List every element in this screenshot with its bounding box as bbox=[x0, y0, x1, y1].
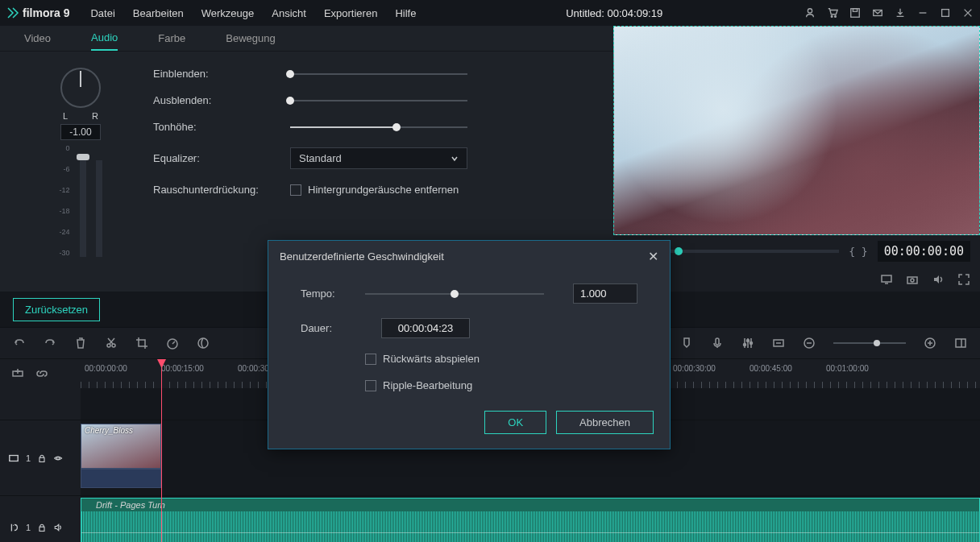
pitch-label: Tonhöhe: bbox=[153, 121, 274, 133]
cut-icon[interactable] bbox=[105, 337, 118, 350]
equalizer-select[interactable]: Standard bbox=[290, 147, 467, 169]
tab-farbe[interactable]: Farbe bbox=[158, 26, 185, 51]
playback-scrubber[interactable] bbox=[668, 250, 839, 253]
mic-icon[interactable] bbox=[711, 337, 724, 350]
zoom-in-icon[interactable] bbox=[924, 337, 936, 350]
account-icon[interactable] bbox=[804, 7, 816, 19]
lock-icon[interactable] bbox=[37, 523, 47, 532]
fade-in-slider[interactable] bbox=[290, 73, 467, 75]
tab-audio[interactable]: Audio bbox=[91, 26, 118, 51]
ruler-mark: 00:00:00:00 bbox=[85, 364, 127, 373]
preview-viewport[interactable] bbox=[613, 26, 980, 235]
svg-rect-9 bbox=[907, 277, 917, 283]
zoom-out-icon[interactable] bbox=[803, 337, 816, 350]
lock-icon[interactable] bbox=[37, 453, 47, 463]
color-icon[interactable] bbox=[197, 337, 210, 350]
volume-slider-thumb[interactable] bbox=[77, 154, 89, 160]
svg-point-2 bbox=[835, 16, 837, 18]
tab-video[interactable]: Video bbox=[24, 26, 51, 51]
delete-icon[interactable] bbox=[74, 337, 87, 350]
audio-track-label: 1 bbox=[26, 523, 31, 532]
fit-icon[interactable] bbox=[772, 337, 785, 350]
menu-datei[interactable]: Datei bbox=[82, 4, 122, 23]
duration-label: Dauer: bbox=[301, 322, 349, 334]
clip-title: Cherry_Bloss bbox=[85, 426, 133, 435]
menu-werkzeuge[interactable]: Werkzeuge bbox=[193, 4, 263, 23]
fade-out-slider[interactable] bbox=[290, 100, 467, 101]
tempo-slider[interactable] bbox=[365, 293, 544, 295]
svg-rect-6 bbox=[942, 10, 949, 17]
reset-button[interactable]: Zurücksetzen bbox=[13, 298, 100, 321]
svg-point-12 bbox=[112, 344, 115, 347]
reverse-checkbox[interactable] bbox=[365, 354, 376, 365]
link-icon[interactable] bbox=[35, 367, 48, 380]
svg-point-17 bbox=[744, 344, 746, 346]
save-icon[interactable] bbox=[849, 7, 861, 19]
svg-rect-28 bbox=[39, 527, 44, 531]
dialog-close-icon[interactable]: ✕ bbox=[648, 249, 658, 264]
vu-18: -18 bbox=[59, 207, 69, 215]
fade-out-label: Ausblenden: bbox=[153, 94, 274, 106]
speed-dialog: Benutzerdefinierte Geschwindigkeit ✕ Tem… bbox=[268, 240, 671, 449]
tab-bewegung[interactable]: Bewegung bbox=[226, 26, 275, 51]
eye-icon[interactable] bbox=[53, 453, 63, 463]
svg-rect-25 bbox=[10, 455, 19, 461]
volume-icon[interactable] bbox=[932, 273, 945, 286]
fullscreen-icon[interactable] bbox=[957, 273, 970, 286]
mail-icon[interactable] bbox=[872, 7, 883, 19]
audio-track: 1 Drift - Pages Turn bbox=[0, 496, 980, 542]
speaker-icon[interactable] bbox=[53, 523, 63, 532]
redo-icon[interactable] bbox=[44, 337, 56, 350]
main-menu: Datei Bearbeiten Werkzeuge Ansicht Expor… bbox=[82, 4, 424, 23]
add-track-icon[interactable] bbox=[11, 367, 24, 380]
playhead[interactable] bbox=[161, 359, 162, 542]
close-icon[interactable] bbox=[962, 7, 974, 19]
balance-left-label: L bbox=[63, 111, 68, 121]
svg-rect-26 bbox=[39, 457, 44, 461]
video-clip[interactable]: Cherry_Bloss bbox=[81, 424, 161, 488]
ruler-mark: 00:00:45:00 bbox=[750, 364, 792, 373]
balance-section: L R -1.00 0 -6 -12 -18 -24 -30 bbox=[8, 68, 153, 275]
svg-point-14 bbox=[198, 338, 208, 348]
menu-hilfe[interactable]: Hilfe bbox=[387, 4, 424, 23]
balance-value[interactable]: -1.00 bbox=[60, 124, 101, 140]
timecode-braces: { } bbox=[849, 246, 867, 258]
marker-icon[interactable] bbox=[680, 337, 693, 350]
svg-rect-16 bbox=[716, 338, 719, 345]
svg-rect-23 bbox=[956, 339, 965, 347]
cancel-button[interactable]: Abbrechen bbox=[556, 411, 654, 434]
crop-icon[interactable] bbox=[135, 337, 148, 350]
pitch-slider[interactable] bbox=[290, 126, 467, 128]
noise-checkbox-label: Hintergrundgeräusche entfernen bbox=[308, 184, 459, 196]
reverse-label: Rückwärts abspielen bbox=[383, 353, 480, 365]
vu-6: -6 bbox=[59, 165, 69, 173]
panel-icon[interactable] bbox=[954, 337, 967, 350]
document-title: Untitled: 00:04:09:19 bbox=[427, 7, 801, 19]
menu-bearbeiten[interactable]: Bearbeiten bbox=[125, 4, 192, 23]
undo-icon[interactable] bbox=[13, 337, 26, 350]
ripple-checkbox[interactable] bbox=[365, 380, 376, 391]
mixer-icon[interactable] bbox=[741, 337, 754, 350]
noise-checkbox[interactable] bbox=[290, 184, 301, 196]
svg-rect-8 bbox=[882, 275, 891, 282]
maximize-icon[interactable] bbox=[940, 7, 951, 19]
download-icon[interactable] bbox=[895, 7, 906, 19]
balance-knob[interactable] bbox=[60, 68, 101, 108]
chevron-down-icon bbox=[451, 155, 459, 163]
snapshot-icon[interactable] bbox=[906, 273, 919, 286]
display-icon[interactable] bbox=[880, 273, 893, 286]
video-track-icon bbox=[8, 453, 19, 464]
minimize-icon[interactable] bbox=[917, 7, 928, 19]
duration-input[interactable] bbox=[381, 318, 470, 338]
filmora-logo-icon bbox=[6, 6, 19, 19]
tempo-input[interactable] bbox=[573, 283, 637, 304]
audio-clip[interactable]: Drift - Pages Turn bbox=[81, 498, 980, 542]
zoom-slider[interactable] bbox=[833, 342, 906, 344]
cart-icon[interactable] bbox=[827, 7, 838, 19]
menu-exportieren[interactable]: Exportieren bbox=[316, 4, 385, 23]
preview-timecode: 00:00:00:00 bbox=[878, 241, 970, 262]
speed-icon[interactable] bbox=[166, 337, 179, 350]
menu-ansicht[interactable]: Ansicht bbox=[264, 4, 314, 23]
app-version: 9 bbox=[64, 6, 70, 19]
ok-button[interactable]: OK bbox=[484, 411, 546, 434]
